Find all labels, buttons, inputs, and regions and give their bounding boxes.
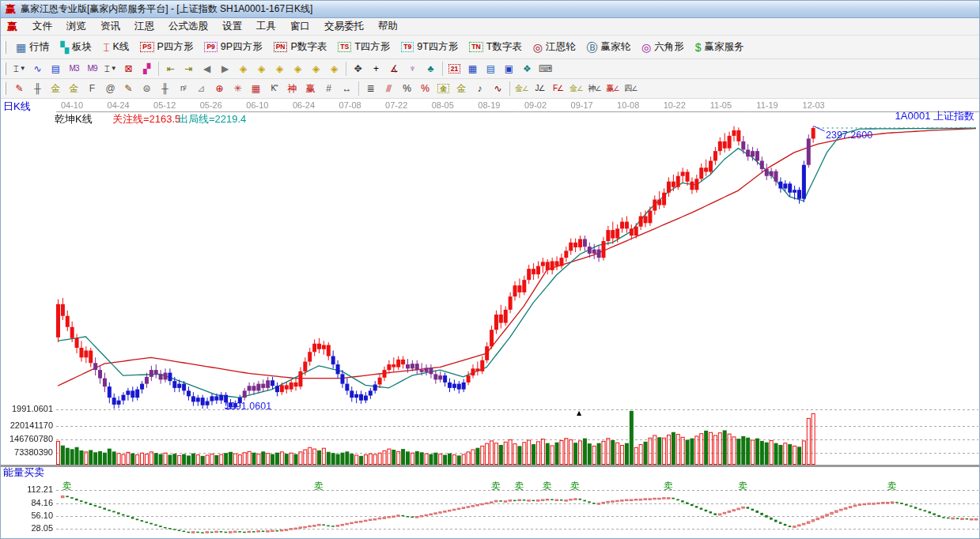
date-tick: 04-10 [54, 100, 90, 110]
tool-button-shrink-horizontal[interactable]: ◈ [234, 61, 252, 77]
menu-item-9[interactable]: 交易委托 [317, 18, 371, 35]
tool-button-percent-line[interactable]: % [416, 81, 434, 97]
hand-drag-icon: ✥ [354, 64, 361, 74]
tool-button-gann-tool-teal[interactable]: ♣ [422, 61, 440, 77]
menu-item-6[interactable]: 设置 [215, 18, 249, 35]
toolbar-button-p-number-table[interactable]: PNP数字表 [268, 39, 333, 55]
tool-button-compress-view[interactable]: ◈ [289, 61, 307, 77]
tool-button-first-screen[interactable]: ⇤ [161, 61, 180, 77]
tool-button-pen-tool-2[interactable]: ✎ [119, 81, 138, 97]
menu-item-2[interactable]: 浏览 [59, 18, 93, 35]
tool-button-gann-angle-four[interactable]: 四∠ [622, 81, 640, 97]
tool-button-melody-tool[interactable]: ♪ [471, 81, 489, 97]
save-icon: ▣ [505, 64, 513, 74]
melody-tool-icon: ♪ [478, 84, 482, 93]
golden-grid-1-icon: 金 [51, 84, 61, 93]
tool-button-crosshair[interactable]: + [367, 61, 385, 77]
toolbar-button-nine-t-square[interactable]: T99T四方形 [395, 39, 464, 55]
gann-angle-gold-icon: 金∠ [515, 85, 528, 92]
golden-grid-2-icon: 金 [70, 84, 79, 93]
tool-button-spiral-tool[interactable]: @ [101, 81, 119, 97]
tool-button-gann-angle-win[interactable]: 赢∠ [604, 81, 622, 97]
toolbar-button-kline[interactable]: ⌶K线 [97, 39, 134, 55]
tool-button-save[interactable]: ▣ [500, 61, 518, 77]
tool-button-prev-screen[interactable]: ◀ [198, 61, 216, 77]
menu-item-5[interactable]: 公式选股 [161, 18, 215, 35]
tool-button-info-panel[interactable]: ▤ [47, 61, 65, 77]
toolbar-button-t-number-table[interactable]: TNT数字表 [464, 39, 527, 55]
tool-button-shen-grid[interactable]: 神 [283, 81, 301, 97]
tool-button-k-prime[interactable]: K“ [265, 81, 283, 97]
tool-button-percent-tool[interactable]: % [398, 81, 416, 97]
toolbar-button-sectors[interactable]: ▚板块 [55, 39, 97, 55]
tool-button-calendar[interactable]: 21 [445, 61, 464, 77]
menu-item-4[interactable]: 江恩 [127, 18, 161, 35]
percent-tool-icon: % [403, 84, 411, 93]
tool-button-wave-ruler[interactable]: ∿ [489, 81, 507, 97]
toolbar-button-gann-wheel[interactable]: ◎江恩轮 [528, 39, 581, 55]
toolbar-button-t-square[interactable]: TST四方形 [332, 39, 395, 55]
tool-button-gann-angle-gold[interactable]: 金∠ [513, 81, 531, 97]
menu-item-3[interactable]: 资讯 [93, 18, 127, 35]
tool-button-nine-bar-pattern[interactable]: M9 [83, 61, 101, 77]
menu-item-1[interactable]: 文件 [25, 18, 59, 35]
toolbar-button-winner-service[interactable]: $赢家服务 [690, 39, 750, 55]
tool-button-grid-target[interactable]: ▦ [247, 81, 265, 97]
tool-button-distribution-chart[interactable]: ▞ [138, 61, 156, 77]
tool-button-three-bar-pattern[interactable]: M3 [65, 61, 83, 77]
tool-button-expand-view[interactable]: ◈ [307, 61, 325, 77]
tool-button-gann-star[interactable]: ✳ [229, 81, 247, 97]
tool-button-swap-horizontal[interactable]: ◈ [271, 61, 289, 77]
tool-button-golden-lines[interactable]: 金 [452, 81, 471, 97]
tool-button-full-view[interactable]: ◈ [325, 61, 343, 77]
gann-angle-four-icon: 四∠ [624, 85, 637, 92]
tool-button-single-candle[interactable]: ⌶▼ [101, 61, 119, 77]
menu-item-8[interactable]: 窗口 [283, 18, 317, 35]
tool-button-bar-grid[interactable]: ╫ [156, 81, 174, 97]
tool-button-trend-curve[interactable]: ∿ [28, 61, 47, 77]
toolbar-button-winner-wheel[interactable]: Ⓑ赢家轮 [581, 39, 637, 55]
tool-button-circle-grid[interactable]: ⊜ [138, 81, 156, 97]
tool-button-golden-grid-2[interactable]: 金 [65, 81, 83, 97]
menu-item-10[interactable]: 帮助 [371, 18, 405, 35]
tool-button-last-screen[interactable]: ⇥ [180, 61, 198, 77]
tool-button-qiankun-kline[interactable]: ⊠ [119, 61, 138, 77]
tool-button-win-grid[interactable]: 赢 [301, 81, 320, 97]
tool-button-network-share[interactable]: ❖ [518, 61, 536, 77]
date-tick: 04-24 [100, 100, 137, 110]
tool-button-gann-angle-shen[interactable]: 神∠ [585, 81, 604, 97]
tool-button-gann-angle-j[interactable]: J∠ [531, 81, 549, 97]
tool-button-gann-circle-cross[interactable]: ⊕ [210, 81, 229, 97]
tool-button-number-grid[interactable]: # [320, 81, 338, 97]
tool-button-gann-angle-gold-2[interactable]: 金∠ [567, 81, 585, 97]
toolbar-button-nine-p-square[interactable]: P99P四方形 [199, 39, 267, 55]
tool-button-next-screen[interactable]: ▶ [216, 61, 234, 77]
tool-button-notes[interactable]: ▤ [482, 61, 500, 77]
tool-button-hand-drag[interactable]: ✥ [349, 61, 367, 77]
tool-button-gann-grid[interactable]: ╫ [28, 81, 47, 97]
info-panel-icon: ▤ [51, 64, 60, 74]
menu-item-7[interactable]: 工具 [249, 18, 283, 35]
tool-button-width-measure[interactable]: ↔ [338, 81, 356, 97]
toolbar-button-hexagon[interactable]: ◎六角形 [636, 39, 690, 55]
toolbar-button-p-square[interactable]: PSP四方形 [134, 39, 199, 55]
tool-button-angle-measure[interactable]: ∡ [385, 61, 403, 77]
toolbar-separator [442, 62, 443, 76]
tool-button-stats-column[interactable]: ≣ [361, 81, 380, 97]
nine-p-square-label: 9P四方形 [221, 40, 263, 54]
tool-button-gann-angle-f[interactable]: F∠ [549, 81, 567, 97]
symbol-label: 1A0001 上证指数 [895, 111, 974, 122]
tool-button-golden-circle[interactable]: 金 [434, 81, 452, 97]
tool-button-n-square[interactable]: n² [174, 81, 192, 97]
tool-button-golden-grid-1[interactable]: 金 [47, 81, 65, 97]
tool-button-gann-tool-purple[interactable]: ♆ [403, 61, 422, 77]
tool-button-calculator[interactable]: ▦ [464, 61, 482, 77]
toolbar-button-quote-table[interactable]: ▦行情 [10, 39, 55, 55]
tool-button-fibonacci-grid[interactable]: F [83, 81, 101, 97]
tool-button-percent-ruler[interactable]: ⫻ [380, 81, 398, 97]
tool-button-expand-horizontal[interactable]: ◈ [252, 61, 271, 77]
tool-button-pen-tool[interactable]: ✎ [10, 81, 28, 97]
tool-button-remote-computer[interactable]: ⌨ [536, 61, 554, 77]
tool-button-period-selector[interactable]: ⌶▼ [10, 61, 28, 77]
tool-button-angle-ruler[interactable]: ⊿ [192, 81, 210, 97]
